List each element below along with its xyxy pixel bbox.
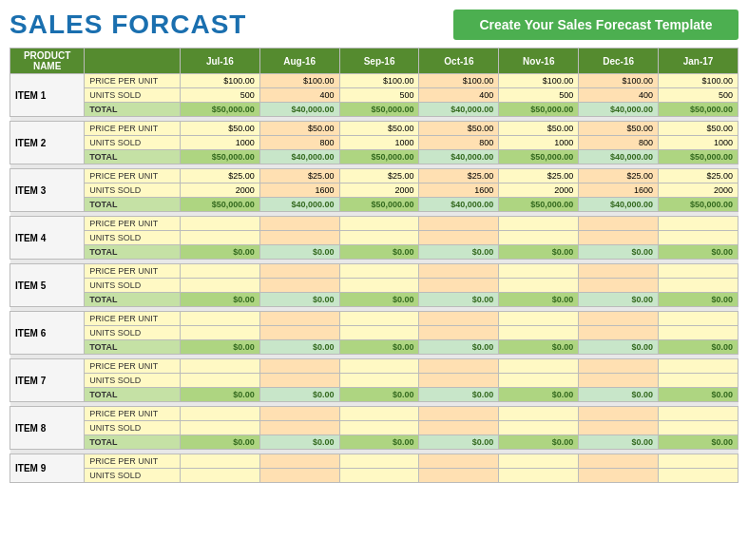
- total-value: $40,000.00: [579, 198, 659, 212]
- units-value: [419, 231, 499, 245]
- total-value: $0.00: [499, 388, 579, 402]
- price-value: [659, 264, 738, 279]
- total-value: $0.00: [259, 245, 339, 260]
- units-value: [499, 421, 579, 435]
- units-value: 800: [579, 136, 659, 150]
- col-header-sep: Sep-16: [339, 48, 419, 74]
- price-value: [659, 312, 738, 326]
- price-value: [259, 264, 339, 279]
- total-value: $0.00: [419, 245, 499, 260]
- price-value: $100.00: [499, 74, 579, 88]
- total-value: $0.00: [579, 388, 659, 402]
- units-value: [419, 374, 499, 388]
- total-value: $50,000.00: [180, 103, 259, 117]
- total-value: $50,000.00: [180, 198, 259, 212]
- price-value: $100.00: [659, 74, 738, 88]
- units-value: [339, 469, 419, 483]
- item-name: ITEM 7: [10, 359, 85, 402]
- units-value: 500: [180, 88, 259, 103]
- price-value: [419, 217, 499, 231]
- units-value: 2000: [339, 183, 419, 198]
- units-value: [659, 231, 738, 245]
- price-value: $25.00: [419, 169, 499, 183]
- price-value: [339, 454, 419, 469]
- total-value: $50,000.00: [659, 150, 738, 164]
- price-label: PRICE PER UNIT: [85, 359, 181, 374]
- total-value: $0.00: [180, 435, 259, 450]
- item-name: ITEM 1: [10, 74, 85, 117]
- price-value: $25.00: [579, 169, 659, 183]
- price-value: [180, 312, 259, 326]
- table-row: ITEM 1PRICE PER UNIT$100.00$100.00$100.0…: [10, 74, 738, 88]
- table-row: ITEM 9PRICE PER UNIT: [10, 454, 738, 469]
- total-label: TOTAL: [85, 340, 181, 355]
- item-name: ITEM 6: [10, 312, 85, 355]
- total-value: $50,000.00: [339, 198, 419, 212]
- units-value: [659, 326, 738, 340]
- units-value: [659, 374, 738, 388]
- units-value: [259, 231, 339, 245]
- total-value: $40,000.00: [419, 150, 499, 164]
- total-value: $0.00: [419, 435, 499, 450]
- item-name: ITEM 9: [10, 454, 85, 483]
- table-row: UNITS SOLD500400500400500400500: [10, 88, 738, 103]
- units-value: [339, 421, 419, 435]
- total-label: TOTAL: [85, 293, 181, 307]
- price-label: PRICE PER UNIT: [85, 454, 181, 469]
- total-value: $40,000.00: [579, 150, 659, 164]
- price-value: [339, 264, 419, 279]
- price-value: $50.00: [499, 122, 579, 136]
- total-value: $50,000.00: [339, 103, 419, 117]
- units-label: UNITS SOLD: [85, 374, 181, 388]
- col-header-product: PRODUCT NAME: [10, 48, 85, 74]
- units-value: [499, 279, 579, 293]
- price-value: [579, 264, 659, 279]
- price-value: [259, 359, 339, 374]
- price-value: [180, 217, 259, 231]
- price-label: PRICE PER UNIT: [85, 217, 181, 231]
- table-row: ITEM 7PRICE PER UNIT: [10, 359, 738, 374]
- units-value: [180, 421, 259, 435]
- units-value: [259, 374, 339, 388]
- table-row: UNITS SOLD: [10, 326, 738, 340]
- units-value: [579, 231, 659, 245]
- units-value: [419, 326, 499, 340]
- col-header-jul: Jul-16: [180, 48, 259, 74]
- units-value: [579, 469, 659, 483]
- total-value: $0.00: [259, 293, 339, 307]
- table-row: TOTAL$0.00$0.00$0.00$0.00$0.00$0.00$0.00: [10, 388, 738, 402]
- units-value: 2000: [499, 183, 579, 198]
- price-label: PRICE PER UNIT: [85, 312, 181, 326]
- table-row: ITEM 8PRICE PER UNIT: [10, 407, 738, 421]
- table-row: TOTAL$50,000.00$40,000.00$50,000.00$40,0…: [10, 150, 738, 164]
- price-value: [499, 264, 579, 279]
- units-value: 1000: [180, 136, 259, 150]
- price-value: $50.00: [579, 122, 659, 136]
- units-value: 1000: [499, 136, 579, 150]
- price-value: [259, 312, 339, 326]
- price-value: [259, 407, 339, 421]
- total-value: $0.00: [579, 293, 659, 307]
- price-value: [259, 454, 339, 469]
- units-label: UNITS SOLD: [85, 326, 181, 340]
- units-value: [339, 279, 419, 293]
- total-label: TOTAL: [85, 388, 181, 402]
- price-value: [499, 217, 579, 231]
- table-row: UNITS SOLD: [10, 469, 738, 483]
- units-value: 1000: [659, 136, 738, 150]
- total-value: $50,000.00: [499, 150, 579, 164]
- price-value: [180, 264, 259, 279]
- total-value: $0.00: [659, 245, 738, 260]
- total-value: $0.00: [180, 245, 259, 260]
- units-value: [180, 231, 259, 245]
- units-label: UNITS SOLD: [85, 279, 181, 293]
- table-row: UNITS SOLD: [10, 231, 738, 245]
- col-header-aug: Aug-16: [259, 48, 339, 74]
- total-value: $40,000.00: [419, 198, 499, 212]
- units-value: [499, 326, 579, 340]
- total-value: $0.00: [499, 340, 579, 355]
- total-label: TOTAL: [85, 103, 181, 117]
- total-value: $0.00: [499, 293, 579, 307]
- price-value: [499, 359, 579, 374]
- price-value: [339, 312, 419, 326]
